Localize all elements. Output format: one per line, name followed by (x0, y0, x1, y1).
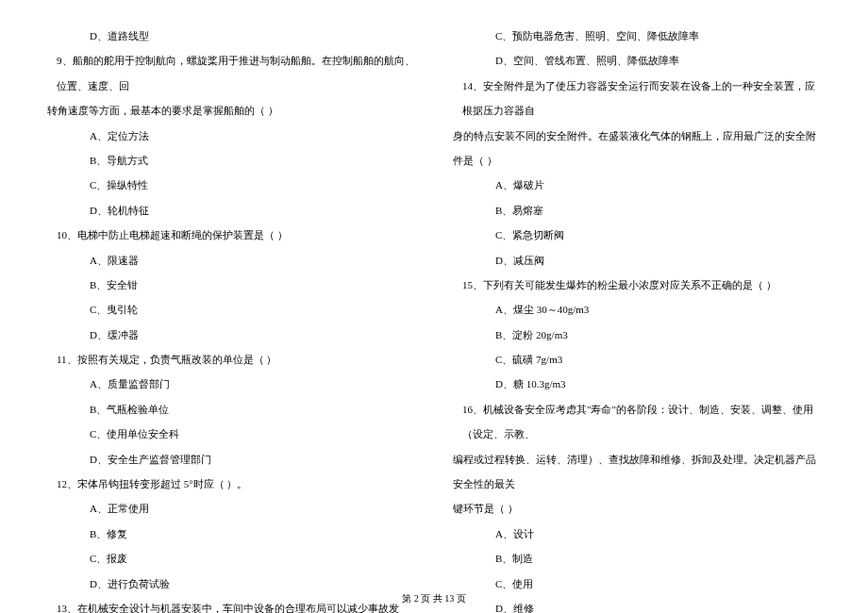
q13-option-d: D、空间、管线布置、照明、降低故障率 (453, 48, 821, 73)
q10-option-d: D、缓冲器 (47, 323, 415, 347)
q16-text-cont1: 编程或过程转换、运转、清理）、查找故障和维修、拆卸及处理。决定机器产品安全性的最… (453, 447, 821, 497)
q15-text: 15、下列有关可能发生爆炸的粉尘最小浓度对应关系不正确的是（ ） (453, 273, 821, 297)
q15-option-d: D、糖 10.3g/m3 (453, 372, 821, 396)
q10-text: 10、电梯中防止电梯超速和断绳的保护装置是（ ） (47, 223, 415, 247)
page-footer: 第 2 页 共 13 页 (0, 592, 868, 605)
q13-option-c: C、预防电器危害、照明、空间、降低故障率 (453, 24, 821, 48)
q10-option-b: B、安全钳 (47, 273, 415, 297)
right-column: C、预防电器危害、照明、空间、降低故障率 D、空间、管线布置、照明、降低故障率 … (453, 24, 821, 571)
q11-option-d: D、安全生产监督管理部门 (47, 447, 415, 472)
q15-option-a: A、煤尘 30～40g/m3 (453, 297, 821, 322)
q12-text: 12、宋体吊钩扭转变形超过 5°时应（ ）。 (47, 472, 415, 496)
q9-text-cont: 转角速度等方面，最基本的要求是掌握船舶的（ ） (47, 98, 415, 123)
q16-option-a: A、设计 (453, 522, 821, 546)
q14-option-a: A、爆破片 (453, 173, 821, 197)
q11-option-b: B、气瓶检验单位 (47, 397, 415, 422)
q16-option-b: B、制造 (453, 546, 821, 571)
content-columns: D、道路线型 9、船舶的舵用于控制航向，螺旋桨用于推进与制动船舶。在控制船舶的航… (47, 24, 821, 571)
q14-option-c: C、紧急切断阀 (453, 223, 821, 247)
q14-text: 14、安全附件是为了使压力容器安全运行而安装在设备上的一种安全装置，应根据压力容… (453, 74, 821, 124)
q15-option-b: B、淀粉 20g/m3 (453, 323, 821, 347)
q9-option-a: A、定位方法 (47, 124, 415, 148)
q8-option-d: D、道路线型 (47, 24, 415, 48)
q11-option-a: A、质量监督部门 (47, 372, 415, 396)
q16-text: 16、机械设备安全应考虑其"寿命"的各阶段：设计、制造、安装、调整、使用（设定、… (453, 397, 821, 447)
q14-text-cont: 身的特点安装不同的安全附件。在盛装液化气体的钢瓶上，应用最广泛的安全附件是（ ） (453, 124, 821, 174)
q9-option-c: C、操纵特性 (47, 173, 415, 197)
q11-text: 11、按照有关规定，负责气瓶改装的单位是（ ） (47, 347, 415, 372)
q9-option-d: D、轮机特征 (47, 198, 415, 223)
q12-option-c: C、报废 (47, 546, 415, 571)
q10-option-c: C、曳引轮 (47, 297, 415, 322)
q11-option-c: C、使用单位安全科 (47, 422, 415, 446)
q14-option-b: B、易熔塞 (453, 198, 821, 223)
q14-option-d: D、减压阀 (453, 248, 821, 273)
q9-option-b: B、导航方式 (47, 148, 415, 173)
q12-option-b: B、修复 (47, 522, 415, 546)
q12-option-a: A、正常使用 (47, 496, 415, 521)
q15-option-c: C、硫磺 7g/m3 (453, 347, 821, 372)
q16-text-cont2: 键环节是（ ） (453, 496, 821, 521)
left-column: D、道路线型 9、船舶的舵用于控制航向，螺旋桨用于推进与制动船舶。在控制船舶的航… (47, 24, 415, 571)
q10-option-a: A、限速器 (47, 248, 415, 273)
q9-text: 9、船舶的舵用于控制航向，螺旋桨用于推进与制动船舶。在控制船舶的航向、位置、速度… (47, 48, 415, 98)
